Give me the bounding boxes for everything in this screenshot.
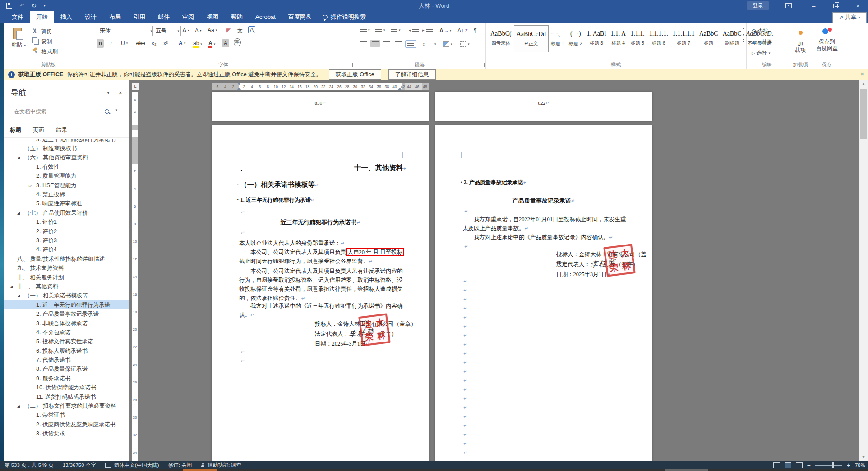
style-item[interactable]: AaBbC 副标题 (720, 25, 744, 51)
nav-heading-item[interactable]: 4. 禁止投标 (4, 190, 129, 199)
cut-button[interactable]: 剪切 (32, 27, 53, 37)
zoom-level[interactable]: 78% (855, 462, 865, 468)
scrollbar-thumb[interactable] (860, 89, 867, 139)
nav-heading-item[interactable]: 1. 荣誉证书 (4, 411, 129, 420)
expand-collapse-icon[interactable]: ◢ (17, 404, 23, 408)
nav-heading-item[interactable]: 1. 有效性 (4, 162, 129, 171)
page-532-bottom[interactable]: 822↵ (435, 92, 652, 121)
page-indicator[interactable]: 第 533 页，共 549 页 (5, 462, 54, 469)
ribbon-tab[interactable]: 插入 (54, 11, 78, 23)
strikethrough-button[interactable]: abc (134, 39, 147, 47)
hanging-indent-marker[interactable] (237, 88, 241, 90)
nav-heading-item[interactable]: 3. 供货要求 (4, 429, 129, 439)
multilevel-list-button[interactable]: ▾ (389, 27, 402, 33)
expand-collapse-icon[interactable]: ◢ (17, 211, 23, 215)
nav-heading-item[interactable]: ◢ （一） 相关承诺书模板等 (4, 291, 129, 300)
character-shading-button[interactable]: A (222, 39, 229, 47)
ribbon-tab[interactable]: 视图 (200, 11, 225, 23)
nav-heading-item[interactable]: 2. 质量管理能力 (4, 172, 129, 181)
nav-heading-item[interactable]: 3. 近三年无行贿犯罪行为承诺书 (4, 139, 129, 144)
ribbon-tab[interactable]: 布局 (103, 11, 127, 23)
ribbon-tab[interactable]: 邮件 (152, 11, 176, 23)
nav-heading-item[interactable]: 4. 不分包承诺 (4, 328, 129, 337)
borders-button[interactable]: ▾ (458, 40, 471, 48)
get-genuine-office-button[interactable]: 获取正版 Office (329, 69, 381, 80)
nav-heading-item[interactable]: 6. 投标人履约承诺书 (4, 346, 129, 356)
style-item[interactable]: 一、 标题 1 (549, 25, 567, 51)
ribbon-tab[interactable]: 帮助 (225, 11, 249, 23)
accessibility-indicator[interactable]: 辅助功能: 调查 (201, 462, 241, 469)
style-item[interactable]: 1.1.1.1. 标题 6 (647, 25, 670, 51)
nav-search-dropdown-icon[interactable]: ▾ (115, 108, 117, 112)
nav-heading-item[interactable]: 2. 供应商供货及应急响应承诺书 (4, 420, 129, 429)
nav-heading-item[interactable]: 九、 技术支持资料 (4, 263, 129, 272)
bullets-button[interactable]: ▾ (358, 27, 372, 33)
scroll-up-icon[interactable]: ▲ (859, 80, 868, 88)
character-border-button[interactable]: A (248, 26, 255, 33)
zoom-in-icon[interactable]: + (847, 462, 850, 469)
share-button[interactable]: ⇗ 共享 ▾ (832, 12, 867, 23)
vertical-ruler[interactable]: 42 246810121416182022242628303234 (132, 92, 138, 461)
nav-heading-item[interactable]: ▷ 3. HSE管理能力 (4, 181, 129, 190)
align-left-button[interactable] (358, 40, 369, 47)
nav-heading-item[interactable]: ◢ （二） 招标文件要求的其他必要资料 (4, 402, 129, 411)
save-to-baidu-button[interactable]: 保存到百度网盘 (813, 28, 841, 52)
horizontal-ruler[interactable]: 642 246810121416182022242628303234363840… (212, 83, 429, 90)
expand-collapse-icon[interactable]: ◢ (10, 285, 15, 289)
tell-me-search[interactable]: 操作说明搜索 (318, 11, 370, 23)
expand-collapse-icon[interactable]: ◢ (17, 294, 23, 298)
nav-heading-item[interactable]: ◢ （七） 产品使用效果评价 (4, 208, 129, 217)
copy-button[interactable]: 复制 (32, 37, 54, 46)
italic-button[interactable]: I (108, 39, 114, 48)
nav-heading-item[interactable]: 8. 产品质量保证承诺 (4, 365, 129, 374)
nav-tab[interactable]: 标题 (10, 126, 21, 138)
ribbon-tab[interactable]: 设计 (78, 11, 103, 23)
ribbon-tab[interactable]: 审阅 (176, 11, 200, 23)
zoom-slider-thumb[interactable] (832, 462, 834, 468)
superscript-button[interactable]: x² (162, 39, 170, 47)
style-item[interactable]: 1.1. A 标题 4 (608, 25, 628, 51)
style-gallery-scroll[interactable]: ▴▾▾ (743, 27, 744, 43)
ribbon-tab[interactable]: 开始 (30, 11, 54, 23)
ribbon-display-options-icon[interactable]: ▴ (778, 0, 799, 11)
font-size-combo[interactable]: 五号▾ (152, 26, 181, 36)
change-case-button[interactable]: Aa▾ (206, 26, 219, 34)
nav-search-input[interactable]: 在文档中搜索 ▾ (10, 106, 122, 117)
nav-heading-item[interactable]: ◢ （六） 其他资格审查资料 (4, 153, 129, 162)
restore-icon[interactable] (825, 0, 845, 11)
ribbon-tab[interactable]: 引用 (127, 11, 152, 23)
style-item[interactable]: 1.1.1.1.1 标题 7 (670, 25, 697, 51)
find-button[interactable]: 查找 ▾ (750, 27, 773, 36)
nav-heading-item[interactable]: 4. 评价4 (4, 245, 129, 254)
tab-stop-selector[interactable]: L (132, 83, 139, 90)
nav-heading-item[interactable]: 5. 投标文件真实性承诺 (4, 337, 129, 346)
decrease-indent-button[interactable]: ◂ (407, 27, 421, 33)
nav-heading-item[interactable]: 10. 供货保障能力承诺书 (4, 383, 129, 392)
document-canvas[interactable]: L 642 2468101214161820222426283032343638… (129, 80, 859, 461)
align-center-button[interactable] (370, 40, 380, 47)
ribbon-tab[interactable]: Acrobat (249, 11, 282, 23)
format-painter-button[interactable]: 格式刷 (32, 47, 59, 56)
scroll-down-icon[interactable]: ▼ (859, 453, 868, 461)
highlight-button[interactable]: ab▾ (191, 39, 204, 49)
shading-button[interactable]: ▾ (441, 40, 454, 48)
page-534[interactable]: ▪2. 产品质量事故记录承诺↵ 产品质量事故记录承诺↵ ↵ 我方郑重承诺，自20… (435, 125, 652, 461)
show-marks-button[interactable]: ¶ (472, 27, 478, 35)
line-spacing-button[interactable]: ↕▾ (420, 40, 438, 48)
expand-collapse-icon[interactable]: ▷ (29, 184, 34, 188)
numbering-button[interactable]: ▾ (374, 27, 387, 33)
word-count[interactable]: 13/36750 个字 (63, 462, 96, 469)
nav-heading-item[interactable]: 八、 质量/技术性能指标的详细描述 (4, 254, 129, 263)
addins-button[interactable]: 加载项 (788, 28, 813, 54)
tab-file[interactable]: 文件 (5, 11, 30, 23)
nav-heading-item[interactable]: 5. 响应性评审标准 (4, 199, 129, 208)
nav-heading-item[interactable]: （五） 制造商授权书 (4, 144, 129, 153)
font-color-button[interactable]: A▾ (207, 39, 217, 49)
font-dialog-launcher[interactable] (349, 63, 353, 67)
nav-heading-item[interactable]: 7. 代储承诺书 (4, 356, 129, 365)
nav-heading-item[interactable]: 1. 评价1 (4, 218, 129, 227)
replace-button[interactable]: ab↔ 替换 (750, 37, 774, 47)
nav-heading-item[interactable]: 十、 相关服务计划 (4, 273, 129, 282)
track-changes-indicator[interactable]: 修订: 关闭 (168, 462, 192, 469)
zoom-out-icon[interactable]: − (807, 462, 811, 469)
